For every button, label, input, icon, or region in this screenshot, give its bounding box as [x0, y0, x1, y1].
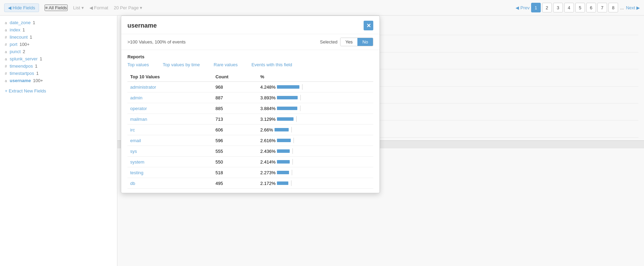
no-toggle-button[interactable]: No — [357, 38, 373, 46]
field-count: 2 — [23, 49, 25, 54]
value-link[interactable]: db — [130, 181, 135, 186]
field-name: port — [10, 42, 17, 47]
field-name: timeendpos — [10, 63, 33, 69]
bar-border — [291, 127, 292, 132]
sidebar-item-timestartpos[interactable]: #timestartpos1 — [5, 70, 112, 77]
bar-visual: 3.129% — [260, 116, 371, 122]
page-7-button[interactable]: 7 — [597, 3, 607, 12]
bar-cell: 2.436% — [258, 146, 373, 157]
page-5-button[interactable]: 5 — [575, 3, 585, 12]
toolbar: ◀ Hide Fields ≡ All Fields List ▾ ◀ Form… — [0, 0, 644, 16]
value-cell: db — [127, 178, 213, 189]
bar-cell: 2.273% — [258, 167, 373, 178]
value-cell: sys — [127, 146, 213, 157]
reports-links: Top valuesTop values by timeRare valuesE… — [127, 62, 373, 67]
prev-button[interactable]: ◀ Prev — [516, 3, 529, 12]
page-1-button[interactable]: 1 — [531, 3, 541, 12]
type-prefix: a — [5, 57, 8, 61]
field-popup: username ✕ >100 Values, 100% of events S… — [121, 16, 380, 193]
all-fields-button[interactable]: ≡ All Fields — [45, 4, 68, 11]
page-2-button[interactable]: 2 — [542, 3, 552, 12]
report-link-rare-values[interactable]: Rare values — [214, 62, 238, 67]
report-link-top-values-by-time[interactable]: Top values by time — [163, 62, 200, 67]
value-cell: admin — [127, 92, 213, 103]
table-row: admin 887 3.893% — [127, 92, 373, 103]
popup-title: username — [127, 22, 157, 29]
next-button[interactable]: Next ▶ — [626, 3, 640, 12]
bar-fill — [277, 85, 299, 89]
value-link[interactable]: irc — [130, 127, 135, 132]
value-link[interactable]: administrator — [130, 85, 156, 90]
count-cell: 713 — [213, 114, 258, 125]
bar-border — [300, 106, 300, 111]
values-table: Top 10 Values Count % administrator 968 … — [127, 72, 373, 189]
toolbar-left: ◀ Hide Fields ≡ All Fields List ▾ ◀ Form… — [4, 3, 142, 12]
sidebar-item-timeendpos[interactable]: #timeendpos1 — [5, 62, 112, 70]
table-row: testing 518 2.273% — [127, 167, 373, 178]
hide-fields-button[interactable]: ◀ Hide Fields — [4, 3, 39, 12]
sidebar-item-linecount[interactable]: #linecount1 — [5, 33, 112, 41]
extract-fields-link[interactable]: + Extract New Fields — [5, 88, 112, 93]
popup-close-button[interactable]: ✕ — [364, 21, 373, 30]
value-cell: system — [127, 157, 213, 167]
value-link[interactable]: sys — [130, 149, 137, 154]
report-link-top-values[interactable]: Top values — [127, 62, 149, 67]
value-link[interactable]: mailman — [130, 117, 147, 122]
field-count: 100+ — [33, 78, 43, 83]
count-cell: 887 — [213, 92, 258, 103]
sidebar-item-splunk_server[interactable]: asplunk_server1 — [5, 55, 112, 62]
table-row: system 550 2.414% — [127, 157, 373, 167]
page-4-button[interactable]: 4 — [564, 3, 574, 12]
bar-border — [292, 159, 293, 165]
sidebar-item-port[interactable]: #port100+ — [5, 41, 112, 48]
page-6-button[interactable]: 6 — [586, 3, 596, 12]
format-button[interactable]: ◀ Format — [89, 5, 108, 10]
bar-visual: 2.66% — [260, 127, 371, 132]
per-page-button[interactable]: 20 Per Page ▾ — [114, 5, 143, 10]
bar-border — [294, 138, 294, 143]
value-link[interactable]: system — [130, 159, 144, 165]
sidebar-item-punct[interactable]: apunct2 — [5, 48, 112, 55]
toggle-group: Yes No — [340, 38, 373, 46]
bar-cell: 3.884% — [258, 103, 373, 114]
bar-cell: 2.616% — [258, 135, 373, 146]
field-count: 1 — [22, 27, 25, 32]
sidebar: adate_zone1aindex1#linecount1#port100+ap… — [0, 16, 117, 266]
bar-fill — [277, 117, 294, 121]
count-cell: 596 — [213, 135, 258, 146]
field-count: 1 — [36, 71, 39, 76]
sidebar-item-username[interactable]: ausername100+ — [5, 77, 112, 84]
table-row: administrator 968 4.248% — [127, 82, 373, 92]
field-name: punct — [10, 49, 21, 54]
report-link-events-with-this-field[interactable]: Events with this field — [251, 62, 292, 67]
bar-fill — [277, 139, 291, 142]
value-cell: operator — [127, 103, 213, 114]
pct-label: 3.884% — [260, 106, 276, 111]
page-3-button[interactable]: 3 — [553, 3, 563, 12]
sidebar-item-date_zone[interactable]: adate_zone1 — [5, 19, 112, 26]
value-link[interactable]: email — [130, 138, 141, 143]
table-row: operator 885 3.884% — [127, 103, 373, 114]
value-cell: administrator — [127, 82, 213, 92]
popup-stats: >100 Values, 100% of events — [127, 39, 186, 45]
field-count: 1 — [30, 35, 32, 40]
sidebar-item-index[interactable]: aindex1 — [5, 26, 112, 33]
bar-border — [296, 116, 297, 122]
bar-cell: 3.129% — [258, 114, 373, 125]
bar-fill — [277, 160, 290, 164]
bar-visual: 2.172% — [260, 180, 371, 186]
type-prefix: a — [5, 28, 8, 32]
yes-toggle-button[interactable]: Yes — [340, 38, 357, 46]
type-prefix: # — [5, 71, 8, 76]
list-button[interactable]: List ▾ — [73, 5, 84, 10]
type-prefix: # — [5, 35, 8, 39]
page-8-button[interactable]: 8 — [608, 3, 618, 12]
bar-border — [300, 95, 301, 100]
popup-subheader: >100 Values, 100% of events Selected Yes… — [121, 34, 379, 50]
bar-visual: 3.893% — [260, 95, 371, 100]
value-link[interactable]: operator — [130, 106, 147, 111]
value-link[interactable]: testing — [130, 170, 143, 175]
pct-label: 4.248% — [260, 85, 276, 90]
value-link[interactable]: admin — [130, 95, 142, 100]
bar-border — [302, 84, 302, 90]
